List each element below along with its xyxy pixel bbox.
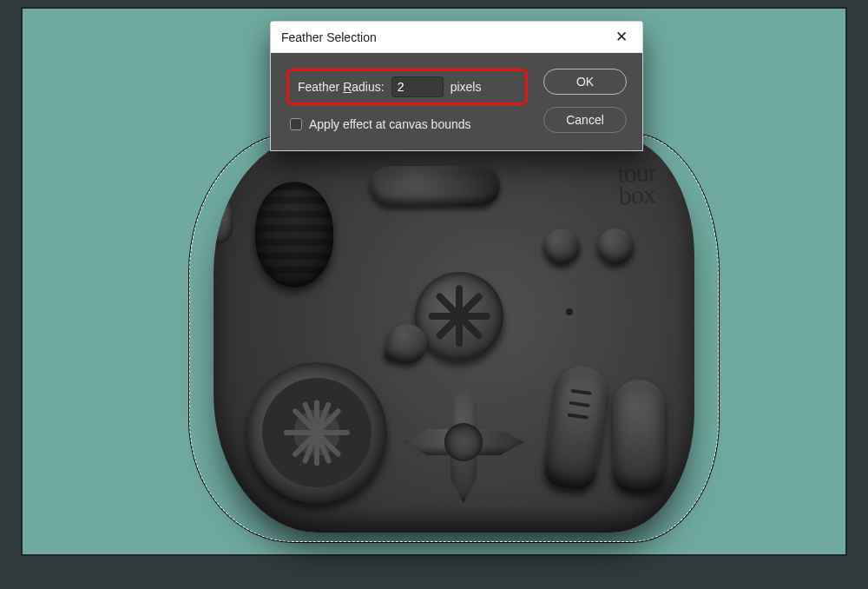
device-brand: tour box: [616, 162, 657, 206]
device-scroll-wheel: [255, 182, 333, 288]
feather-radius-unit: pixels: [450, 80, 482, 94]
feather-radius-row: Feather Radius: pixels: [286, 69, 528, 105]
ok-button[interactable]: OK: [543, 69, 627, 95]
cancel-button[interactable]: Cancel: [543, 107, 627, 133]
dialog-title: Feather Selection: [281, 30, 377, 44]
tourbox-device: tour box: [214, 135, 694, 533]
device-dpad: [403, 381, 524, 503]
device-round-button-a: [543, 228, 580, 265]
device-side-button: [214, 192, 233, 244]
device-led: [566, 308, 573, 315]
feather-selection-dialog: Feather Selection ✕ Feather Radius: pixe…: [270, 21, 643, 151]
close-icon: ✕: [615, 28, 628, 46]
device-center-dial: [415, 272, 503, 361]
device-round-button-b: [597, 228, 634, 265]
apply-at-bounds-label: Apply effect at canvas bounds: [309, 117, 471, 131]
device-lever-right: [613, 380, 665, 493]
app-stage: tour box: [0, 0, 868, 589]
device-top-pill: [370, 166, 500, 206]
close-button[interactable]: ✕: [609, 25, 634, 50]
device-lever-left: [542, 363, 610, 493]
dialog-titlebar[interactable]: Feather Selection ✕: [271, 22, 642, 53]
feather-radius-input[interactable]: [391, 76, 444, 97]
device-big-knob: [247, 362, 387, 503]
device-brand-line2: box: [618, 182, 658, 206]
apply-at-bounds-checkbox[interactable]: [290, 118, 302, 130]
apply-at-bounds-row[interactable]: Apply effect at canvas bounds: [290, 117, 528, 131]
dialog-body: Feather Radius: pixels Apply effect at c…: [271, 53, 642, 150]
feather-radius-label: Feather Radius:: [298, 80, 385, 94]
